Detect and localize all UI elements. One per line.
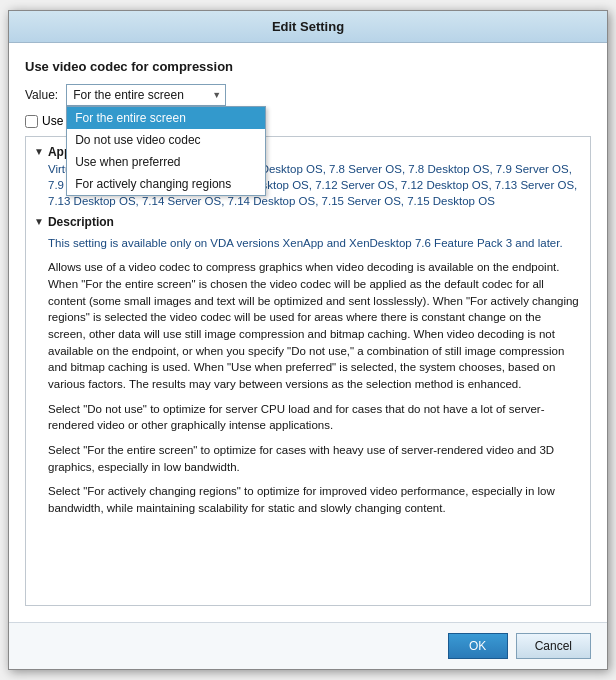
dialog-body: Use video codec for compression Value: F… [9,43,607,622]
dropdown-item-active-regions[interactable]: For actively changing regions [67,173,265,195]
dropdown-menu: For the entire screen Do not use video c… [66,106,266,196]
dialog-title: Edit Setting [9,11,607,43]
dropdown-item-when-preferred[interactable]: Use when preferred [67,151,265,173]
dropdown-item-entire-screen[interactable]: For the entire screen [67,107,265,129]
dropdown-wrapper: For the entire screen For the entire scr… [66,84,226,106]
checkbox-label: Use [42,114,63,128]
collapse-arrow-apply[interactable]: ▼ [34,146,44,157]
value-row: Value: For the entire screen For the ent… [25,84,591,106]
desc-para-1: Allows use of a video codec to compress … [48,259,582,392]
edit-setting-dialog: Edit Setting Use video codec for compres… [8,10,608,670]
cancel-button[interactable]: Cancel [516,633,591,659]
desc-para-4: Select "For actively changing regions" t… [48,483,582,516]
use-checkbox[interactable] [25,115,38,128]
collapse-arrow-desc[interactable]: ▼ [34,216,44,227]
dropdown-item-do-not-use[interactable]: Do not use video codec [67,129,265,151]
dialog-footer: OK Cancel [9,622,607,669]
description-section: ▼ Description This setting is available … [34,215,582,517]
ok-button[interactable]: OK [448,633,508,659]
codec-dropdown[interactable]: For the entire screen [66,84,226,106]
scroll-area[interactable]: ▼ Applications Virtu 7.6 Desktop OS, 7.7… [25,136,591,606]
desc-para-3: Select "For the entire screen" to optimi… [48,442,582,475]
desc-first: This setting is available only on VDA ve… [48,235,582,251]
desc-para-2: Select "Do not use" to optimize for serv… [48,401,582,434]
desc-section-header: ▼ Description [34,215,582,233]
desc-label: Description [48,215,114,229]
section-title: Use video codec for compression [25,59,591,74]
value-label: Value: [25,88,58,102]
